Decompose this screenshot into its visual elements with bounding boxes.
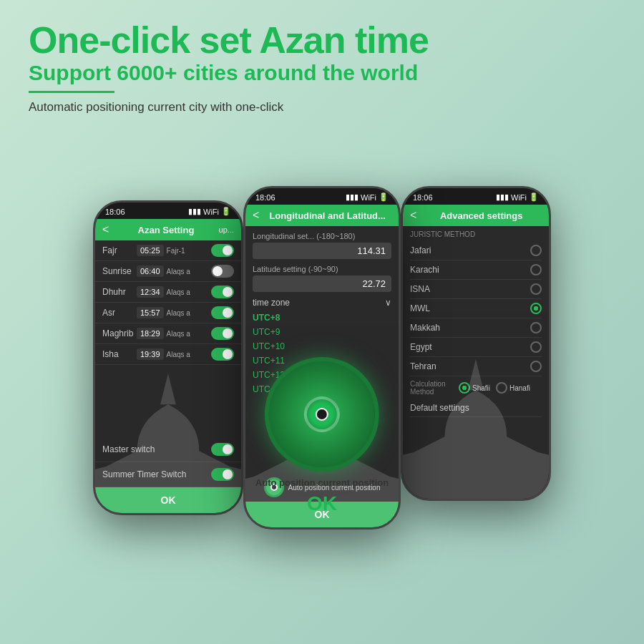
prayer-row: Sunrise 06:40 Alaqs a bbox=[95, 261, 241, 282]
prayer-label: Fajr-1 bbox=[167, 247, 211, 255]
method-row[interactable]: Karachi bbox=[410, 260, 542, 280]
nav-back-middle[interactable]: < bbox=[253, 209, 259, 222]
wifi-icon: WiFi bbox=[203, 208, 219, 216]
battery-icon-mid: 🔋 bbox=[379, 192, 389, 202]
prayer-name: Sunrise bbox=[102, 266, 137, 276]
method-row[interactable]: Jafari bbox=[410, 241, 542, 260]
nav-back-right[interactable]: < bbox=[410, 209, 416, 222]
nav-title-middle: Longitudinal and Latitud... bbox=[263, 210, 391, 221]
longitudinal-value[interactable]: 114.31 bbox=[253, 243, 391, 259]
prayer-toggle[interactable] bbox=[211, 286, 234, 298]
latitude-label: Latitude setting (-90~90) bbox=[253, 265, 391, 273]
method-name: Karachi bbox=[410, 265, 439, 275]
battery-icon-right: 🔋 bbox=[529, 192, 539, 202]
description: Automatic positioning current city with … bbox=[29, 100, 615, 114]
method-radio[interactable] bbox=[530, 264, 542, 275]
time-left: 18:06 bbox=[105, 208, 125, 216]
prayer-label: Alaqs a bbox=[167, 268, 211, 275]
prayer-row: Dhuhr 12:34 Alaqs a bbox=[95, 282, 241, 303]
battery-icon: 🔋 bbox=[221, 207, 231, 216]
latitude-value[interactable]: 22.72 bbox=[253, 275, 391, 292]
wifi-icon-right: WiFi bbox=[511, 193, 527, 202]
master-switch-toggle[interactable] bbox=[211, 443, 234, 456]
phone-left: 18:06 ▮▮▮ WiFi 🔋 < Azan Setting up... Fa… bbox=[93, 200, 243, 515]
method-radio[interactable] bbox=[530, 283, 542, 295]
prayer-name: Dhuhr bbox=[102, 287, 137, 297]
big-circle-overlay: Auto position current position OK bbox=[255, 357, 389, 515]
status-bar-right: 18:06 ▮▮▮ WiFi 🔋 bbox=[403, 188, 549, 205]
status-icons-right: ▮▮▮ WiFi 🔋 bbox=[496, 192, 539, 202]
nav-title-left: Azan Setting bbox=[113, 225, 218, 235]
status-bar-middle: 18:06 ▮▮▮ WiFi 🔋 bbox=[245, 188, 399, 205]
phones-container: 18:06 ▮▮▮ WiFi 🔋 < Azan Setting up... Fa… bbox=[0, 129, 644, 544]
prayer-row: Asr 15:57 Alaqs a bbox=[95, 303, 241, 323]
method-name: ISNA bbox=[410, 284, 430, 294]
mosque-bg-right bbox=[403, 313, 549, 499]
nav-title-right: Advanced settings bbox=[421, 210, 542, 221]
wifi-icon-mid: WiFi bbox=[361, 193, 376, 202]
auto-pos-label-big: Auto position current position bbox=[255, 477, 389, 488]
prayer-time: 12:34 bbox=[137, 286, 164, 298]
timezone-label: time zone bbox=[253, 298, 290, 308]
prayer-label: Alaqs a bbox=[167, 288, 211, 296]
method-row[interactable]: ISNA bbox=[410, 280, 542, 299]
longitudinal-row: Longitudinal set... (-180~180) 114.31 bbox=[253, 232, 391, 259]
prayer-row: Fajr 05:25 Fajr-1 bbox=[95, 240, 241, 261]
prayer-toggle[interactable] bbox=[211, 327, 234, 340]
method-name: Jafari bbox=[410, 245, 431, 255]
prayer-name: Fajr bbox=[102, 245, 137, 255]
nav-back-left[interactable]: < bbox=[102, 223, 109, 236]
nav-bar-left: < Azan Setting up... bbox=[95, 219, 241, 240]
prayer-toggle[interactable] bbox=[211, 244, 234, 257]
prayer-time: 05:25 bbox=[137, 245, 164, 256]
prayer-toggle[interactable] bbox=[211, 265, 234, 278]
big-circle bbox=[265, 357, 379, 472]
prayer-label: Alaqs a bbox=[167, 309, 211, 317]
signal-icon-mid: ▮▮▮ bbox=[346, 192, 358, 202]
timezone-header: time zone ∨ bbox=[253, 298, 391, 308]
prayer-time: 15:57 bbox=[137, 307, 164, 318]
nav-bar-right: < Advanced settings bbox=[403, 205, 549, 226]
timezone-item[interactable]: UTC+8 bbox=[253, 311, 391, 325]
timezone-dropdown-icon[interactable]: ∨ bbox=[385, 298, 391, 308]
summer-switch-toggle[interactable] bbox=[211, 468, 234, 481]
nav-bar-middle: < Longitudinal and Latitud... bbox=[245, 205, 399, 226]
phone-left-screen: 18:06 ▮▮▮ WiFi 🔋 < Azan Setting up... Fa… bbox=[95, 203, 241, 513]
method-radio[interactable] bbox=[530, 245, 542, 256]
juristic-section-label: Juristic Method bbox=[410, 230, 542, 238]
nav-right-left: up... bbox=[219, 225, 234, 234]
header-section: One-click set Azan time Support 6000+ ci… bbox=[0, 0, 644, 129]
sub-title: Support 6000+ cities around the world bbox=[29, 61, 615, 85]
longitudinal-label: Longitudinal set... (-180~180) bbox=[253, 232, 391, 240]
big-circle-inner bbox=[304, 396, 340, 432]
status-icons-middle: ▮▮▮ WiFi 🔋 bbox=[346, 192, 389, 202]
latitude-row: Latitude setting (-90~90) 22.72 bbox=[253, 265, 391, 292]
prayer-name: Asr bbox=[102, 308, 137, 318]
signal-icon: ▮▮▮ bbox=[188, 207, 201, 216]
status-icons-left: ▮▮▮ WiFi 🔋 bbox=[188, 207, 231, 216]
prayer-time: 06:40 bbox=[137, 265, 164, 277]
prayer-toggle[interactable] bbox=[211, 348, 234, 361]
phone-right-screen: 18:06 ▮▮▮ WiFi 🔋 < Advanced settings Jur… bbox=[403, 188, 549, 499]
ok-label-big: OK bbox=[255, 492, 389, 515]
phone-right: 18:06 ▮▮▮ WiFi 🔋 < Advanced settings Jur… bbox=[401, 186, 551, 501]
divider-line bbox=[29, 91, 114, 93]
prayer-toggle[interactable] bbox=[211, 306, 234, 319]
signal-icon-right: ▮▮▮ bbox=[496, 192, 509, 202]
time-right: 18:06 bbox=[413, 193, 433, 202]
main-title: One-click set Azan time bbox=[29, 20, 615, 61]
time-middle: 18:06 bbox=[255, 193, 275, 202]
big-circle-dot bbox=[316, 408, 328, 421]
status-bar-left: 18:06 ▮▮▮ WiFi 🔋 bbox=[95, 203, 241, 219]
